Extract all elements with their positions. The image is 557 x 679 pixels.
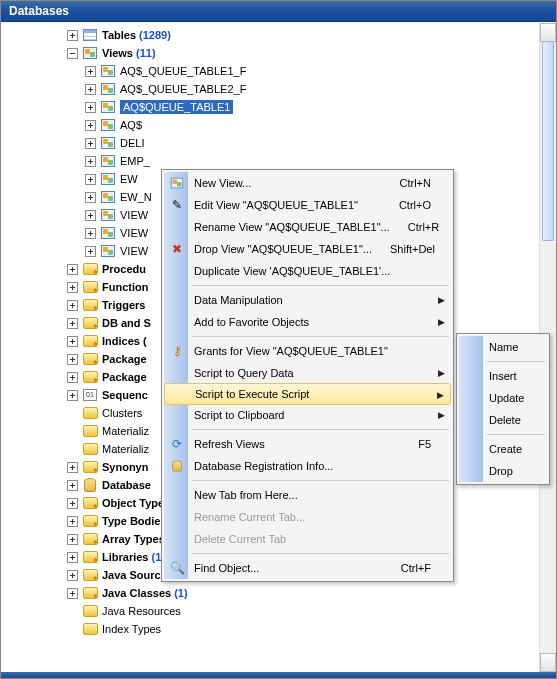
database-icon — [82, 477, 98, 493]
submenu-name[interactable]: Name — [459, 336, 547, 358]
menu-rename-view[interactable]: Rename View "AQ$QUEUE_TABLE1"...Ctrl+R — [164, 216, 451, 238]
tree-node-java-classes[interactable]: Java Classes (1) — [65, 584, 556, 602]
expand-icon — [67, 624, 78, 635]
tree-view-item[interactable]: AQ$_QUEUE_TABLE1_F — [83, 62, 556, 80]
expand-icon[interactable] — [85, 120, 96, 131]
submenu-drop[interactable]: Drop — [459, 460, 547, 482]
expand-icon[interactable] — [67, 372, 78, 383]
expand-icon[interactable] — [67, 264, 78, 275]
expand-icon[interactable] — [67, 552, 78, 563]
menu-script-clipboard[interactable]: Script to Clipboard▶ — [164, 404, 451, 426]
expand-icon[interactable] — [67, 30, 78, 41]
submenu-update[interactable]: Update — [459, 387, 547, 409]
menu-drop-view[interactable]: ✖ Drop View "AQ$QUEUE_TABLE1"...Shift+De… — [164, 238, 451, 260]
scroll-thumb[interactable] — [542, 41, 554, 241]
expand-icon[interactable] — [85, 192, 96, 203]
expand-icon[interactable] — [85, 102, 96, 113]
menu-new-view[interactable]: New View...Ctrl+N — [164, 172, 451, 194]
expand-icon[interactable] — [67, 498, 78, 509]
submenu-insert[interactable]: Insert — [459, 365, 547, 387]
node-label: Sequenc — [102, 389, 148, 401]
node-label: Libraries (1) — [102, 551, 165, 563]
submenu-arrow-icon: ▶ — [438, 410, 445, 420]
expand-icon[interactable] — [67, 534, 78, 545]
tree-view-item-selected[interactable]: AQ$QUEUE_TABLE1 — [83, 98, 556, 116]
table-icon — [82, 27, 98, 43]
menu-data-manipulation[interactable]: Data Manipulation▶ — [164, 289, 451, 311]
folder-gear-icon — [82, 297, 98, 313]
folder-gear-icon — [82, 585, 98, 601]
menu-duplicate-view[interactable]: Duplicate View 'AQ$QUEUE_TABLE1'... — [164, 260, 451, 282]
expand-icon[interactable] — [85, 156, 96, 167]
expand-icon[interactable] — [67, 588, 78, 599]
node-label: Triggers — [102, 299, 145, 311]
menu-grants[interactable]: ⚷ Grants for View "AQ$QUEUE_TABLE1" — [164, 340, 451, 362]
tree-node-tables[interactable]: Tables (1289) — [65, 26, 556, 44]
folder-icon — [82, 423, 98, 439]
tree-view-item[interactable]: EMP_ — [83, 152, 556, 170]
folder-gear-icon — [82, 531, 98, 547]
node-label: VIEW — [120, 245, 148, 257]
expand-icon[interactable] — [67, 390, 78, 401]
menu-script-query[interactable]: Script to Query Data▶ — [164, 362, 451, 384]
tree-view-item[interactable]: AQ$ — [83, 116, 556, 134]
expand-icon[interactable] — [67, 462, 78, 473]
expand-icon[interactable] — [67, 282, 78, 293]
folder-icon — [82, 405, 98, 421]
menu-reg-info[interactable]: Database Registration Info... — [164, 455, 451, 477]
menu-script-execute[interactable]: Script to Execute Script▶ — [164, 383, 451, 405]
folder-gear-icon — [82, 495, 98, 511]
expand-icon[interactable] — [67, 318, 78, 329]
folder-gear-icon — [82, 549, 98, 565]
tree-node-index-types[interactable]: Index Types — [65, 620, 556, 638]
submenu-delete[interactable]: Delete — [459, 409, 547, 431]
edit-icon: ✎ — [168, 196, 186, 214]
collapse-icon[interactable] — [67, 48, 78, 59]
tree-node-java-resources[interactable]: Java Resources — [65, 602, 556, 620]
tree-node-views[interactable]: Views (11) — [65, 44, 556, 62]
search-icon: 🔍 — [168, 559, 186, 577]
view-icon — [82, 45, 98, 61]
expand-icon[interactable] — [67, 354, 78, 365]
node-label: Clusters — [102, 407, 142, 419]
tree-view-item[interactable]: AQ$_QUEUE_TABLE2_F — [83, 80, 556, 98]
node-label: DELI — [120, 137, 144, 149]
submenu-arrow-icon: ▶ — [438, 317, 445, 327]
view-icon — [168, 174, 186, 192]
expand-icon[interactable] — [67, 516, 78, 527]
expand-icon[interactable] — [67, 480, 78, 491]
delete-icon: ✖ — [168, 240, 186, 258]
node-label: AQ$_QUEUE_TABLE1_F — [120, 65, 246, 77]
expand-icon[interactable] — [67, 336, 78, 347]
grants-icon: ⚷ — [168, 342, 186, 360]
node-label: Materializ — [102, 443, 149, 455]
node-label: Index Types — [102, 623, 161, 635]
expand-icon[interactable] — [85, 138, 96, 149]
expand-icon[interactable] — [85, 66, 96, 77]
expand-icon[interactable] — [85, 210, 96, 221]
expand-icon — [67, 606, 78, 617]
node-label: Indices ( — [102, 335, 147, 347]
menu-separator — [487, 361, 545, 362]
folder-gear-icon — [82, 513, 98, 529]
menu-refresh[interactable]: ⟳ Refresh ViewsF5 — [164, 433, 451, 455]
view-icon — [100, 99, 116, 115]
context-menu: New View...Ctrl+N ✎ Edit View "AQ$QUEUE_… — [161, 169, 454, 582]
menu-find-object[interactable]: 🔍 Find Object...Ctrl+F — [164, 557, 451, 579]
view-icon — [100, 117, 116, 133]
menu-new-tab[interactable]: New Tab from Here... — [164, 484, 451, 506]
expand-icon[interactable] — [67, 300, 78, 311]
submenu-create[interactable]: Create — [459, 438, 547, 460]
menu-edit-view[interactable]: ✎ Edit View "AQ$QUEUE_TABLE1"Ctrl+O — [164, 194, 451, 216]
node-label: Database — [102, 479, 151, 491]
expand-icon[interactable] — [85, 228, 96, 239]
expand-icon[interactable] — [85, 246, 96, 257]
node-label: EW_N — [120, 191, 152, 203]
tree-view-item[interactable]: DELI — [83, 134, 556, 152]
menu-add-favorite[interactable]: Add to Favorite Objects▶ — [164, 311, 451, 333]
expand-icon[interactable] — [85, 84, 96, 95]
submenu-arrow-icon: ▶ — [438, 368, 445, 378]
node-label: EW — [120, 173, 138, 185]
expand-icon[interactable] — [67, 570, 78, 581]
expand-icon[interactable] — [85, 174, 96, 185]
